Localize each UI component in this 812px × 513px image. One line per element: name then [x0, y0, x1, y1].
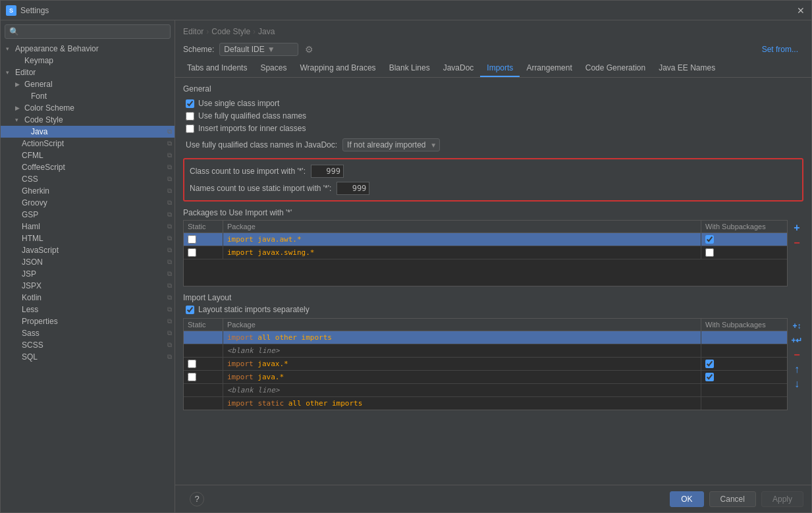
javadoc-select[interactable]: If not already imported: [342, 138, 440, 151]
static-checkbox[interactable]: [188, 248, 196, 257]
sidebar-item-html[interactable]: HTML ⧉: [1, 232, 175, 244]
sidebar-item-sql[interactable]: SQL ⧉: [1, 351, 175, 363]
sidebar-item-label: Keymap: [24, 56, 53, 65]
sidebar-item-font[interactable]: Font: [1, 90, 175, 102]
copy-icon: ⧉: [167, 329, 172, 337]
class-count-input[interactable]: [311, 165, 344, 178]
sidebar-item-label: Color Scheme: [24, 103, 74, 113]
help-button[interactable]: ?: [190, 492, 204, 506]
static-checkbox[interactable]: [188, 235, 196, 244]
blank-line-text: <blank line>: [227, 346, 279, 355]
sidebar-item-less[interactable]: Less ⧉: [1, 304, 175, 315]
table-row[interactable]: import static all other imports: [184, 397, 787, 410]
sidebar-item-scss[interactable]: SCSS ⧉: [1, 339, 175, 351]
sidebar-item-codestyle[interactable]: ▾ Code Style: [1, 114, 175, 126]
sidebar-item-kotlin[interactable]: Kotlin ⧉: [1, 292, 175, 304]
table-row[interactable]: import javax.swing.*: [184, 246, 787, 259]
remove-import-button[interactable]: −: [790, 348, 803, 362]
tab-blank-lines[interactable]: Blank Lines: [383, 60, 437, 77]
tab-arrangement[interactable]: Arrangement: [520, 60, 578, 77]
cell-subpackages: [701, 358, 787, 370]
names-count-label: Names count to use static import with '*…: [190, 184, 331, 193]
tab-wrapping[interactable]: Wrapping and Braces: [293, 60, 382, 77]
qualified-checkbox[interactable]: [186, 112, 194, 121]
tab-java-ee[interactable]: Java EE Names: [652, 60, 722, 77]
copy-icon: ⧉: [167, 128, 172, 136]
add-import-button[interactable]: +↕: [790, 319, 803, 333]
layout-static-row: Layout static imports separately: [183, 305, 803, 314]
layout-static-checkbox[interactable]: [186, 306, 194, 314]
sidebar-item-label: Appearance & Behavior: [15, 44, 99, 53]
gear-button[interactable]: ⚙: [304, 43, 315, 56]
search-box[interactable]: 🔍: [5, 24, 171, 39]
table-row[interactable]: import javax.*: [184, 358, 787, 371]
cell-package: import java.*: [223, 371, 701, 383]
add-package-button[interactable]: +: [790, 221, 803, 234]
subpackages-checkbox[interactable]: [705, 248, 714, 257]
copy-icon: ⧉: [167, 223, 172, 230]
table-row[interactable]: import all other imports: [184, 331, 787, 344]
subpackages-checkbox[interactable]: [705, 360, 714, 368]
table-row[interactable]: <blank line>: [184, 344, 787, 358]
tab-imports[interactable]: Imports: [480, 60, 520, 77]
expand-arrow: ▾: [15, 117, 22, 123]
copy-icon: ⧉: [167, 282, 172, 290]
content-area: General Use single class import Use full…: [175, 78, 811, 485]
search-input[interactable]: [22, 27, 166, 36]
scheme-dropdown[interactable]: Default IDE ▼: [219, 43, 298, 56]
set-from-link[interactable]: Set from...: [762, 45, 803, 54]
tab-tabs-indents[interactable]: Tabs and Indents: [180, 60, 254, 77]
sidebar-item-keymap[interactable]: Keymap: [1, 55, 175, 67]
subpackages-checkbox[interactable]: [705, 373, 714, 381]
package-text: import java.*: [227, 373, 284, 381]
tab-code-generation[interactable]: Code Generation: [579, 60, 652, 77]
breadcrumb: Editor › Code Style › Java: [175, 20, 811, 40]
sidebar-item-haml[interactable]: Haml ⧉: [1, 221, 175, 232]
sidebar-item-jspx[interactable]: JSPX ⧉: [1, 280, 175, 292]
inner-classes-row: Insert imports for inner classes: [183, 124, 803, 133]
single-class-checkbox[interactable]: [186, 99, 194, 108]
ok-button[interactable]: OK: [670, 491, 703, 507]
move-up-button[interactable]: ↑: [790, 363, 803, 376]
copy-icon: ⧉: [167, 199, 172, 207]
sidebar-item-jsp[interactable]: JSP ⧉: [1, 268, 175, 280]
table-row[interactable]: import java.*: [184, 371, 787, 384]
cancel-button[interactable]: Cancel: [709, 491, 756, 507]
sidebar-item-java[interactable]: Java ⧉: [1, 126, 175, 138]
copy-icon: ⧉: [167, 175, 172, 183]
move-down-button[interactable]: ↓: [790, 377, 803, 391]
copy-icon: ⧉: [167, 341, 172, 349]
tab-spaces[interactable]: Spaces: [254, 60, 293, 77]
add-blank-button[interactable]: +↵: [790, 334, 803, 347]
table-row[interactable]: <blank line>: [184, 384, 787, 397]
sidebar-item-properties[interactable]: Properties ⧉: [1, 315, 175, 327]
settings-window: S Settings ✕ 🔍 ▾ Appearance & Behavior K…: [0, 0, 812, 513]
sidebar-item-json[interactable]: JSON ⧉: [1, 256, 175, 268]
sidebar-item-cfml[interactable]: CFML ⧉: [1, 149, 175, 161]
apply-button[interactable]: Apply: [761, 491, 803, 507]
sidebar-item-appearance[interactable]: ▾ Appearance & Behavior: [1, 43, 175, 55]
sidebar-item-groovy[interactable]: Groovy ⧉: [1, 197, 175, 209]
static-checkbox[interactable]: [188, 360, 196, 368]
table-row[interactable]: import java.awt.*: [184, 233, 787, 246]
sidebar-item-sass[interactable]: Sass ⧉: [1, 327, 175, 339]
sidebar-item-coffeescript[interactable]: CoffeeScript ⧉: [1, 161, 175, 173]
sidebar-item-gsp[interactable]: GSP ⧉: [1, 209, 175, 221]
sidebar-item-gherkin[interactable]: Gherkin ⧉: [1, 185, 175, 197]
close-button[interactable]: ✕: [796, 5, 806, 16]
sidebar-item-colorscheme[interactable]: ▶ Color Scheme: [1, 102, 175, 114]
tab-javadoc[interactable]: JavaDoc: [437, 60, 481, 77]
remove-package-button[interactable]: −: [790, 236, 803, 250]
sidebar-item-editor[interactable]: ▾ Editor: [1, 67, 175, 78]
static-checkbox[interactable]: [188, 373, 196, 381]
packages-table-wrapper: Static Package With Subpackages import j…: [183, 220, 788, 286]
sidebar-item-actionscript[interactable]: ActionScript ⧉: [1, 138, 175, 149]
sidebar-item-general[interactable]: ▶ General: [1, 78, 175, 90]
subpackages-checkbox[interactable]: [705, 235, 714, 244]
sidebar-item-javascript[interactable]: JavaScript ⧉: [1, 244, 175, 256]
names-count-input[interactable]: [337, 182, 369, 195]
sidebar-item-label: SQL: [22, 352, 38, 362]
sidebar-item-css[interactable]: CSS ⧉: [1, 173, 175, 185]
cell-static: [184, 384, 223, 396]
inner-classes-checkbox[interactable]: [186, 124, 194, 133]
